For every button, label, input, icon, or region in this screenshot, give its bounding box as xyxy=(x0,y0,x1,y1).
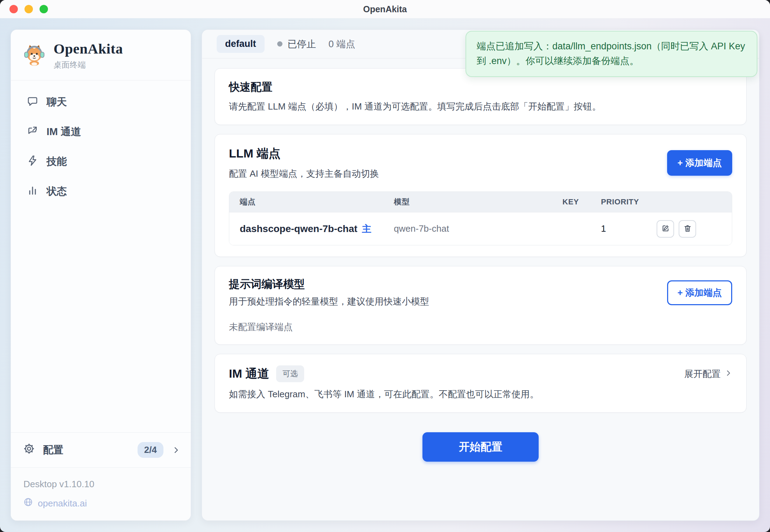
app-window: OpenAkita xyxy=(0,0,770,532)
titlebar: OpenAkita xyxy=(0,0,770,18)
start-config-button[interactable]: 开始配置 xyxy=(422,432,539,462)
im-channels-card: IM 通道 可选 展开配置 如需接入 Telegram、飞书等 IM 通道，可在… xyxy=(215,354,747,413)
sidebar-item-label: 状态 xyxy=(47,184,67,198)
brand-name: OpenAkita xyxy=(54,40,123,57)
llm-endpoints-description: 配置 AI 模型端点，支持主备自动切换 xyxy=(229,167,379,181)
sidebar-item-skills[interactable]: 技能 xyxy=(20,149,182,174)
bar-chart-icon xyxy=(27,185,38,198)
sidebar-nav: 聊天 IM 通道 技能 xyxy=(11,80,191,209)
sidebar-item-im-channels[interactable]: IM 通道 xyxy=(20,119,182,145)
status-dot xyxy=(277,41,282,47)
add-compiler-endpoint-button[interactable]: + 添加端点 xyxy=(667,280,732,305)
brand-subtitle: 桌面终端 xyxy=(54,59,123,70)
window-controls xyxy=(9,0,48,18)
im-channels-description: 如需接入 Telegram、飞书等 IM 通道，可在此配置。不配置也可以正常使用… xyxy=(229,388,732,401)
llm-endpoints-card: LLM 端点 配置 AI 模型端点，支持主备自动切换 + 添加端点 端点 模型 … xyxy=(215,134,747,257)
delete-endpoint-button[interactable] xyxy=(679,220,696,238)
edit-pencil-icon xyxy=(661,224,670,234)
column-header-model: 模型 xyxy=(394,197,562,207)
add-endpoint-button[interactable]: + 添加端点 xyxy=(667,150,732,176)
sidebar-spacer xyxy=(11,209,191,432)
window-title: OpenAkita xyxy=(363,4,407,14)
sidebar-item-label: 技能 xyxy=(47,155,67,169)
column-header-priority: PRIORITY xyxy=(601,197,649,206)
brand-header: OpenAkita 桌面终端 xyxy=(11,30,191,80)
sidebar: OpenAkita 桌面终端 聊天 xyxy=(10,29,191,521)
lightning-icon xyxy=(27,155,38,169)
main-content: 快速配置 请先配置 LLM 端点（必填），IM 通道为可选配置。填写完成后点击底… xyxy=(202,58,759,462)
table-row: dashscope-qwen-7b-chat 主 qwen-7b-chat 1 xyxy=(229,212,732,245)
app-version: Desktop v1.10.10 xyxy=(23,479,178,490)
website-link[interactable]: openakita.ai xyxy=(23,497,178,509)
im-channels-title: IM 通道 xyxy=(229,366,269,382)
profile-badge[interactable]: default xyxy=(217,35,265,53)
prompt-compiler-card: 提示词编译模型 用于预处理指令的轻量模型，建议使用快速小模型 + 添加端点 未配… xyxy=(215,266,747,345)
endpoint-name: dashscope-qwen-7b-chat xyxy=(240,223,357,234)
prompt-compiler-title: 提示词编译模型 xyxy=(229,277,429,292)
sidebar-item-status[interactable]: 状态 xyxy=(20,179,182,204)
trash-icon xyxy=(683,224,692,234)
column-header-key: KEY xyxy=(562,197,601,206)
status-label: 已停止 xyxy=(288,38,316,50)
config-progress-badge: 2/4 xyxy=(138,442,163,458)
config-label: 配置 xyxy=(43,443,63,457)
endpoint-model: qwen-7b-chat xyxy=(394,223,562,234)
sidebar-footer: Desktop v1.10.10 openakita.ai xyxy=(11,467,191,520)
chevron-right-icon xyxy=(172,446,180,454)
im-channel-icon xyxy=(27,125,38,139)
quick-setup-title: 快速配置 xyxy=(229,80,732,94)
close-window-button[interactable] xyxy=(9,5,18,13)
main-panel: default 已停止 0 端点 快速配置 请先配置 LLM 端点（必填），IM… xyxy=(202,29,760,521)
sidebar-item-chat[interactable]: 聊天 xyxy=(20,90,182,115)
endpoint-table: 端点 模型 KEY PRIORITY dashscope-qwen-7b-cha… xyxy=(229,191,732,245)
website-label: openakita.ai xyxy=(38,498,87,509)
optional-badge: 可选 xyxy=(276,365,304,382)
endpoint-count: 0 端点 xyxy=(329,38,356,50)
quick-setup-description: 请先配置 LLM 端点（必填），IM 通道为可选配置。填写完成后点击底部「开始配… xyxy=(229,100,732,113)
zoom-window-button[interactable] xyxy=(40,5,48,13)
endpoint-table-header: 端点 模型 KEY PRIORITY xyxy=(229,192,732,212)
akita-dog-mascot-icon xyxy=(23,43,46,68)
run-status: 已停止 xyxy=(277,38,316,50)
compiler-empty-text: 未配置编译端点 xyxy=(229,321,732,333)
toast-message: 端点已追加写入：data/llm_endpoints.json（同时已写入 AP… xyxy=(477,41,745,66)
sidebar-item-label: IM 通道 xyxy=(47,125,81,139)
expand-label: 展开配置 xyxy=(684,368,721,380)
globe-icon xyxy=(23,497,33,509)
minimize-window-button[interactable] xyxy=(24,5,33,13)
llm-endpoints-title: LLM 端点 xyxy=(229,146,379,162)
endpoint-priority: 1 xyxy=(601,223,649,234)
column-header-endpoint: 端点 xyxy=(240,197,394,207)
brand-text: OpenAkita 桌面终端 xyxy=(54,40,123,70)
success-toast: 端点已追加写入：data/llm_endpoints.json（同时已写入 AP… xyxy=(465,31,757,77)
sidebar-item-config[interactable]: 配置 2/4 xyxy=(11,432,191,467)
primary-badge: 主 xyxy=(362,223,371,235)
sidebar-item-label: 聊天 xyxy=(47,95,67,109)
edit-endpoint-button[interactable] xyxy=(657,220,674,238)
gear-icon xyxy=(23,443,35,457)
prompt-compiler-description: 用于预处理指令的轻量模型，建议使用快速小模型 xyxy=(229,295,429,308)
chevron-right-icon xyxy=(724,369,732,379)
chat-bubble-icon xyxy=(27,96,38,109)
expand-config-button[interactable]: 展开配置 xyxy=(684,368,732,380)
